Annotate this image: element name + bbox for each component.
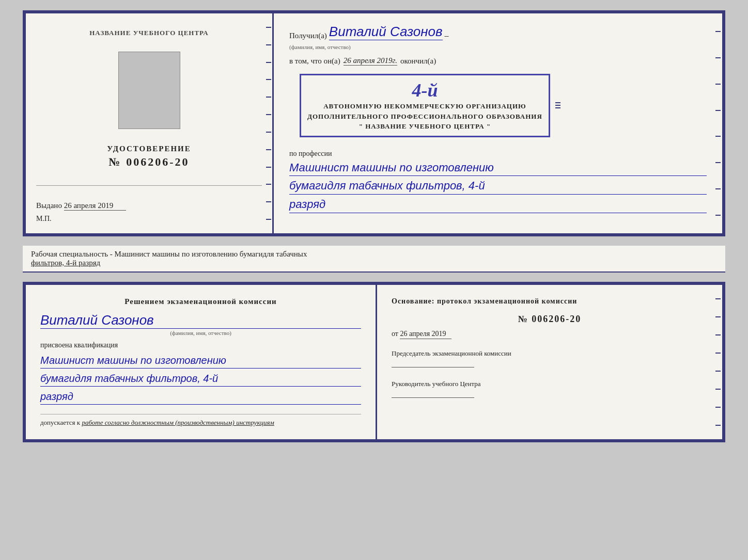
bottom-certificate: Решением экзаменационной комиссии Витали… (23, 282, 725, 442)
chairman-signature-line (392, 367, 474, 367)
допуск-prefix: допускается к (40, 419, 80, 426)
ot-date-value: 26 апреля 2019 (400, 330, 451, 339)
training-center-label: НАЗВАНИЕ УЧЕБНОГО ЦЕНТРА (89, 29, 209, 41)
okончил-label: окончил(а) (400, 57, 436, 66)
photo-placeholder (118, 52, 180, 129)
bottom-cert-right: Основание: протокол экзаменационной коми… (377, 285, 722, 439)
stamp-line3: " НАЗВАНИЕ УЧЕБНОГО ЦЕНТРА " (307, 121, 542, 132)
profession-label: по профессии (289, 150, 707, 158)
stamp-box: 4-й АВТОНОМНУЮ НЕКОММЕРЧЕСКУЮ ОРГАНИЗАЦИ… (300, 74, 550, 137)
protocol-number: № 006206-20 (392, 314, 708, 325)
osnov-title: Основание: протокол экзаменационной коми… (392, 297, 708, 306)
komissia-title: Решением экзаменационной комиссии (40, 297, 361, 306)
profession-line3: разряд (289, 197, 707, 213)
stamp-line2: ДОПОЛНИТЕЛЬНОГО ПРОФЕССИОНАЛЬНОГО ОБРАЗО… (307, 111, 542, 122)
ot-date: от 26 апреля 2019 (392, 330, 708, 339)
cert-number: № 006206-20 (107, 155, 191, 169)
head-label: Руководитель учебного Центра (392, 380, 708, 388)
head-block: Руководитель учебного Центра (392, 380, 708, 398)
vtom-date: 26 апреля 2019г. (344, 56, 397, 66)
right-edge-decoration (713, 13, 722, 233)
bottom-person-name: Виталий Сазонов (40, 312, 361, 329)
bottom-person-subtext: (фамилия, имя, отчество) (40, 330, 361, 336)
chairman-label: Председатель экзаменационной комиссии (392, 349, 708, 358)
received-prefix: Получил(а) (289, 31, 327, 40)
issued-label: Выдано (36, 201, 62, 210)
ot-prefix: от (392, 330, 398, 338)
recipient-subtext: (фамилия, имя, отчество) (289, 44, 351, 50)
middle-text-main: Рабочая специальность - Машинист машины … (31, 250, 307, 258)
middle-text-underline: фильтров, 4-й разряд (31, 259, 100, 267)
middle-text-block: Рабочая специальность - Машинист машины … (23, 246, 725, 273)
mp-label: М.П. (36, 215, 262, 223)
stamp-number: 4-й (307, 79, 542, 101)
допускается-block: допускается к работе согласно должностны… (40, 414, 361, 427)
dash: – (445, 31, 449, 40)
recipient-name: Виталий Сазонов (329, 24, 443, 40)
qualification-line1: Машинист машины по изготовлению (40, 353, 361, 369)
right-border-dashes (555, 102, 560, 108)
stamp-line1: АВТОНОМНУЮ НЕКОММЕРЧЕСКУЮ ОРГАНИЗАЦИЮ (307, 101, 542, 111)
допуск-text: работе согласно должностным (производств… (82, 419, 274, 426)
vtom-prefix: в том, что он(а) (289, 57, 340, 66)
cert-label: УДОСТОВЕРЕНИЕ (107, 145, 191, 153)
vtom-row: в том, что он(а) 26 апреля 2019г. окончи… (289, 56, 707, 66)
border-decoration (263, 13, 272, 233)
chairman-block: Председатель экзаменационной комиссии (392, 349, 708, 367)
top-cert-left: НАЗВАНИЕ УЧЕБНОГО ЦЕНТРА УДОСТОВЕРЕНИЕ №… (26, 13, 274, 233)
bottom-cert-left: Решением экзаменационной комиссии Витали… (26, 285, 377, 439)
issued-date: 26 апреля 2019 (64, 201, 126, 211)
issued-block: Выдано 26 апреля 2019 (36, 201, 262, 211)
head-signature-line (392, 397, 474, 398)
profession-line1: Машинист машины по изготовлению (289, 160, 707, 177)
top-cert-right: Получил(а) Виталий Сазонов – (фамилия, и… (274, 13, 722, 233)
qualification-line2: бумагидля табачных фильтров, 4-й (40, 371, 361, 387)
qualification-line3: разряд (40, 389, 361, 405)
top-certificate: НАЗВАНИЕ УЧЕБНОГО ЦЕНТРА УДОСТОВЕРЕНИЕ №… (23, 10, 725, 236)
recipient-row: Получил(а) Виталий Сазонов – (фамилия, и… (289, 24, 707, 51)
assigned-label: присвоена квалификация (40, 341, 361, 349)
profession-line2: бумагидля табачных фильтров, 4-й (289, 178, 707, 195)
bottom-right-edge-decoration (713, 285, 722, 439)
